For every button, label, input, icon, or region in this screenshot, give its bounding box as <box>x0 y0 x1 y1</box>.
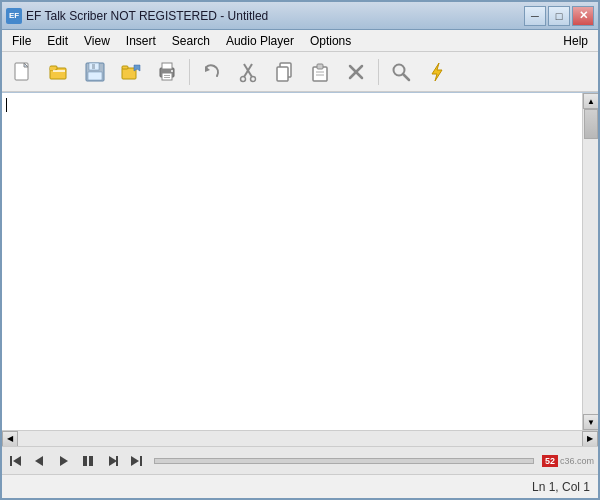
svg-rect-40 <box>89 456 93 466</box>
audio-end-icon <box>129 454 143 468</box>
audio-next-button[interactable] <box>102 451 122 471</box>
svg-point-18 <box>171 70 173 72</box>
editor-wrapper: ▲ ▼ <box>2 92 598 430</box>
menu-bar: File Edit View Insert Search Audio Playe… <box>2 30 598 52</box>
new-button[interactable] <box>6 55 40 89</box>
vertical-scrollbar[interactable]: ▲ ▼ <box>582 93 598 430</box>
svg-rect-17 <box>164 77 170 78</box>
text-editor[interactable] <box>2 93 582 430</box>
svg-rect-35 <box>10 456 12 466</box>
audio-pause-icon <box>81 454 95 468</box>
cut-icon <box>237 61 259 83</box>
scroll-track[interactable] <box>583 109 598 414</box>
menu-audio-player[interactable]: Audio Player <box>218 30 302 51</box>
undo-icon <box>201 61 223 83</box>
audio-progress-bar[interactable] <box>154 458 534 464</box>
app-icon: EF <box>6 8 22 24</box>
audio-prev-button[interactable] <box>30 451 50 471</box>
scroll-down-button[interactable]: ▼ <box>583 414 598 430</box>
save-button[interactable] <box>78 55 112 89</box>
close-button[interactable]: ✕ <box>572 6 594 26</box>
delete-button[interactable] <box>339 55 373 89</box>
status-bar: Ln 1, Col 1 <box>2 474 598 498</box>
svg-rect-8 <box>92 64 95 69</box>
print-button[interactable] <box>150 55 184 89</box>
svg-point-22 <box>241 76 246 81</box>
find-button[interactable] <box>384 55 418 89</box>
svg-rect-15 <box>162 73 172 80</box>
menu-insert[interactable]: Insert <box>118 30 164 51</box>
content-area: ▲ ▼ ◀ ▶ <box>2 92 598 498</box>
scroll-up-button[interactable]: ▲ <box>583 93 598 109</box>
svg-rect-9 <box>88 72 102 80</box>
svg-rect-14 <box>162 63 172 69</box>
title-bar-left: EF EF Talk Scriber NOT REGISTERED - Unti… <box>6 8 268 24</box>
separator-2 <box>378 59 379 85</box>
audio-play-button[interactable] <box>54 451 74 471</box>
cursor-position: Ln 1, Col 1 <box>532 480 590 494</box>
paste-icon <box>309 61 331 83</box>
lightning-icon <box>426 61 448 83</box>
svg-rect-16 <box>164 75 170 76</box>
audio-play-icon <box>57 454 71 468</box>
cut-button[interactable] <box>231 55 265 89</box>
audio-start-icon <box>9 454 23 468</box>
svg-line-33 <box>403 74 409 80</box>
save-icon <box>84 61 106 83</box>
audio-pause-button[interactable] <box>78 451 98 471</box>
copy-icon <box>273 61 295 83</box>
svg-rect-42 <box>116 456 118 466</box>
menu-options[interactable]: Options <box>302 30 359 51</box>
svg-rect-25 <box>277 67 288 81</box>
separator-1 <box>189 59 190 85</box>
audio-start-button[interactable] <box>6 451 26 471</box>
undo-button[interactable] <box>195 55 229 89</box>
find-icon <box>390 61 412 83</box>
audio-end-button[interactable] <box>126 451 146 471</box>
svg-marker-37 <box>35 456 43 466</box>
svg-marker-43 <box>131 456 139 466</box>
toolbar <box>2 52 598 92</box>
copy-button[interactable] <box>267 55 301 89</box>
menu-help[interactable]: Help <box>555 30 596 51</box>
svg-rect-39 <box>83 456 87 466</box>
svg-marker-12 <box>134 65 140 71</box>
maximize-button[interactable]: □ <box>548 6 570 26</box>
save-as-icon <box>120 61 142 83</box>
svg-marker-38 <box>60 456 68 466</box>
save-as-button[interactable] <box>114 55 148 89</box>
watermark-label: c36.com <box>560 456 594 466</box>
svg-rect-11 <box>122 66 128 69</box>
cursor <box>6 98 7 112</box>
watermark-badge: 52 <box>542 455 558 467</box>
scroll-right-button[interactable]: ▶ <box>582 431 598 447</box>
audio-next-icon <box>105 454 119 468</box>
h-scroll-track[interactable] <box>18 431 582 446</box>
audio-player-bar: 52 c36.com <box>2 446 598 474</box>
new-icon <box>12 61 34 83</box>
menu-search[interactable]: Search <box>164 30 218 51</box>
svg-marker-41 <box>109 456 117 466</box>
svg-rect-4 <box>50 67 55 70</box>
svg-point-23 <box>251 76 256 81</box>
open-icon <box>48 61 70 83</box>
paste-button[interactable] <box>303 55 337 89</box>
minimize-button[interactable]: ─ <box>524 6 546 26</box>
svg-marker-36 <box>13 456 21 466</box>
horizontal-scrollbar[interactable]: ◀ ▶ <box>2 430 598 446</box>
open-button[interactable] <box>42 55 76 89</box>
svg-rect-27 <box>317 64 323 69</box>
window-title: EF Talk Scriber NOT REGISTERED - Untitle… <box>26 9 268 23</box>
print-icon <box>156 61 178 83</box>
menu-edit[interactable]: Edit <box>39 30 76 51</box>
svg-rect-44 <box>140 456 142 466</box>
delete-icon <box>345 61 367 83</box>
menu-view[interactable]: View <box>76 30 118 51</box>
quick-transcribe-button[interactable] <box>420 55 454 89</box>
audio-prev-icon <box>33 454 47 468</box>
title-bar: EF EF Talk Scriber NOT REGISTERED - Unti… <box>2 2 598 30</box>
scroll-thumb[interactable] <box>584 109 598 139</box>
watermark: 52 c36.com <box>542 455 594 467</box>
scroll-left-button[interactable]: ◀ <box>2 431 18 447</box>
menu-file[interactable]: File <box>4 30 39 51</box>
